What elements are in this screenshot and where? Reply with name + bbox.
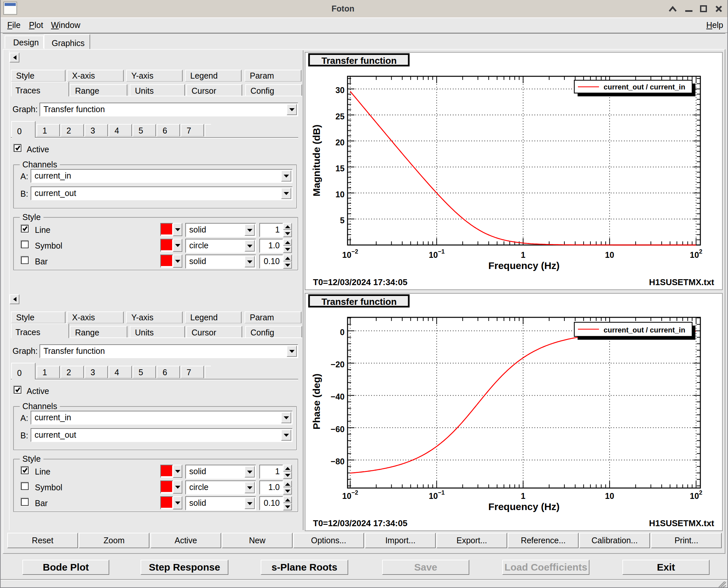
svg-text:30: 30 <box>336 85 345 95</box>
svg-text:Magnitude (dB): Magnitude (dB) <box>311 125 322 196</box>
svg-text:Transfer function: Transfer function <box>322 56 397 66</box>
svg-text:0: 0 <box>340 328 345 337</box>
svg-text:10−2: 10−2 <box>342 489 358 501</box>
svg-text:10: 10 <box>605 250 614 259</box>
svg-text:−20: −20 <box>331 360 345 369</box>
svg-text:10−1: 10−1 <box>429 489 445 501</box>
svg-text:10: 10 <box>336 190 345 199</box>
svg-text:20: 20 <box>336 138 345 147</box>
svg-text:25: 25 <box>336 112 345 121</box>
svg-text:Phase (deg): Phase (deg) <box>311 374 322 429</box>
svg-text:Frequency (Hz): Frequency (Hz) <box>488 501 560 512</box>
svg-text:H1SUSETMX.txt: H1SUSETMX.txt <box>649 518 714 528</box>
svg-text:Transfer function: Transfer function <box>322 297 397 307</box>
svg-text:Frequency (Hz): Frequency (Hz) <box>488 260 560 271</box>
svg-text:10−2: 10−2 <box>342 248 358 259</box>
svg-text:1: 1 <box>521 491 526 501</box>
svg-text:15: 15 <box>336 164 345 173</box>
svg-text:5: 5 <box>340 216 345 225</box>
svg-text:102: 102 <box>690 248 702 259</box>
svg-text:10−1: 10−1 <box>429 248 445 259</box>
svg-text:−40: −40 <box>331 392 345 401</box>
svg-text:−80: −80 <box>331 457 345 466</box>
svg-text:102: 102 <box>690 489 702 501</box>
svg-text:−60: −60 <box>331 424 345 434</box>
svg-text:T0=12/03/2024 17:34:05: T0=12/03/2024 17:34:05 <box>313 277 407 287</box>
svg-text:T0=12/03/2024 17:34:05: T0=12/03/2024 17:34:05 <box>313 518 407 528</box>
svg-text:current_out / current_in: current_out / current_in <box>604 326 685 334</box>
svg-text:1: 1 <box>521 250 526 259</box>
svg-text:H1SUSETMX.txt: H1SUSETMX.txt <box>649 277 714 287</box>
svg-text:10: 10 <box>605 491 614 501</box>
svg-text:current_out / current_in: current_out / current_in <box>604 83 685 91</box>
